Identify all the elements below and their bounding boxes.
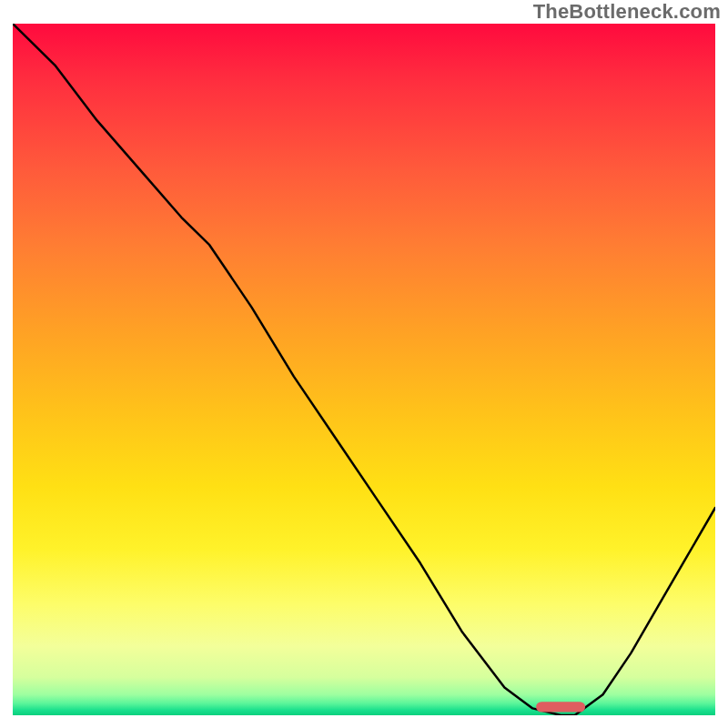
chart-stage: TheBottleneck.com (0, 0, 728, 728)
attribution-label: TheBottleneck.com (533, 0, 721, 24)
plot-area (13, 24, 715, 715)
chart-overlay (13, 24, 715, 715)
bottleneck-curve (13, 24, 715, 715)
optimal-marker (536, 702, 585, 712)
